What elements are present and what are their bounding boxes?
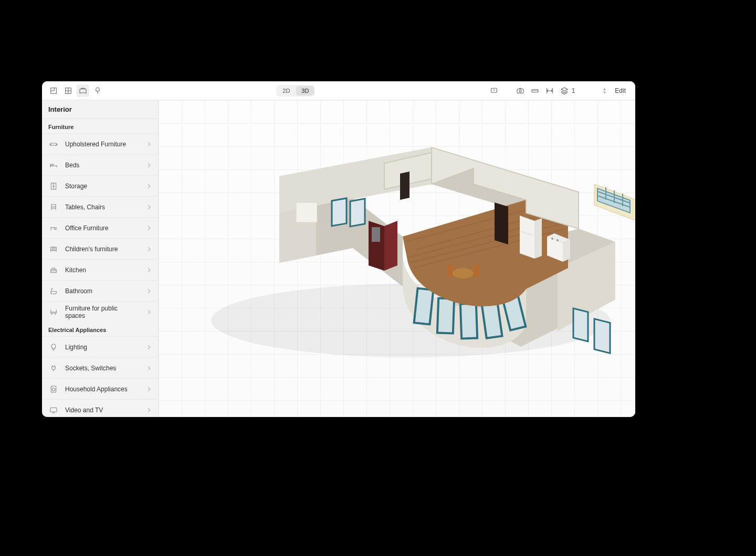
sidebar-item-lighting[interactable]: Lighting [42,336,158,357]
view-2d-tab[interactable]: 2D [277,86,295,95]
bulb-icon [48,342,59,352]
svg-rect-7 [51,143,57,145]
app-body: Interior Furniture Upholstered Furniture… [42,100,635,417]
sidebar-item-children[interactable]: Children's furniture [42,238,158,259]
layers-icon [560,87,569,95]
sidebar-item-public[interactable]: Furniture for public spaces [42,301,158,322]
sidebar: Interior Furniture Upholstered Furniture… [42,100,159,417]
bed-icon [48,160,59,170]
svg-point-5 [519,90,521,92]
chevron-right-icon [145,245,153,253]
edit-button[interactable]: Edit [611,85,630,97]
chevron-right-icon [145,224,153,232]
chevron-right-icon [145,141,153,148]
sidebar-item-label: Children's furniture [65,245,139,253]
view-mode-toggle: 2D 3D [276,85,315,97]
svg-point-12 [52,388,55,391]
category-list-electrical: Lighting Sockets, Switches Household App… [42,336,158,417]
tv-icon [48,405,59,415]
svg-rect-20 [594,319,610,353]
wardrobe-icon [48,181,59,191]
chevron-right-icon [145,386,153,393]
svg-rect-18 [372,227,380,242]
floor-value: 1 [572,87,575,94]
sidebar-item-bathroom[interactable]: Bathroom [42,280,158,301]
chevron-right-icon [145,183,153,190]
bath-icon [48,286,59,296]
washer-icon [48,384,59,394]
sidebar-item-tables-chairs[interactable]: Tables, Chairs [42,196,158,217]
svg-rect-22 [437,298,454,333]
top-toolbar: 2D 3D 1 [42,81,635,100]
toolbar-left-group [47,84,104,97]
tree-tool-button[interactable] [91,84,104,97]
svg-rect-4 [517,89,523,93]
sidebar-item-label: Furniture for public spaces [65,305,139,319]
note-tool-button[interactable] [488,84,500,97]
sidebar-item-label: Household Appliances [65,386,139,393]
svg-rect-23 [460,303,477,338]
toolbar-right-group: 1 ▲ ▼ Edit [488,84,630,97]
svg-rect-19 [573,308,588,341]
floor-selector[interactable]: 1 ▲ ▼ [558,87,609,95]
svg-rect-17 [350,199,365,227]
section-header-furniture: Furniture [42,119,158,133]
sidebar-item-upholstered[interactable]: Upholstered Furniture [42,133,158,154]
sidebar-item-label: Lighting [65,344,139,351]
dimension-tool-button[interactable] [543,84,556,97]
sidebar-item-office[interactable]: Office Furniture [42,217,158,238]
sidebar-item-beds[interactable]: Beds [42,154,158,175]
sidebar-item-kitchen[interactable]: Kitchen [42,259,158,280]
svg-point-28 [556,239,559,241]
sidebar-title: Interior [42,100,158,119]
chevron-right-icon [145,266,153,274]
grid-tool-button[interactable] [62,84,75,97]
category-list-furniture: Upholstered Furniture Beds Storage Table… [42,133,158,322]
svg-rect-24 [482,302,502,338]
sidebar-item-label: Kitchen [65,266,139,274]
crib-icon [48,244,59,254]
sidebar-item-storage[interactable]: Storage [42,175,158,196]
svg-point-29 [453,268,474,279]
sidebar-item-label: Storage [65,183,139,190]
section-header-electrical: Electrical Appliances [42,322,158,336]
floor-stepper[interactable]: ▲ ▼ [602,87,606,94]
desk-icon [48,223,59,233]
svg-rect-13 [50,408,57,412]
chevron-right-icon [145,308,153,316]
floorplan-model [159,100,635,417]
sofa-icon [48,139,59,149]
chevron-right-icon [145,204,153,211]
sidebar-item-label: Bathroom [65,287,139,295]
svg-rect-30 [447,264,453,277]
chevron-right-icon [145,287,153,295]
svg-rect-2 [80,89,86,92]
plug-icon [48,363,59,373]
measure-tool-button[interactable] [529,84,541,97]
sidebar-item-label: Beds [65,162,139,169]
chevron-right-icon [145,162,153,169]
sidebar-item-sockets[interactable]: Sockets, Switches [42,357,158,378]
chevron-down-icon: ▼ [602,91,606,94]
plan-tool-button[interactable] [47,84,60,97]
app-window: 2D 3D 1 [42,81,635,417]
sidebar-item-household[interactable]: Household Appliances [42,378,158,399]
svg-rect-31 [474,264,479,277]
view-3d-tab[interactable]: 3D [296,86,314,95]
sidebar-item-video-tv[interactable]: Video and TV [42,399,158,417]
svg-rect-21 [414,288,434,325]
chevron-right-icon [145,407,153,414]
bench-icon [48,307,59,317]
kitchen-icon [48,265,59,275]
chevron-right-icon [145,365,153,372]
sidebar-item-label: Tables, Chairs [65,204,139,211]
chair-icon [48,202,59,212]
viewport-3d[interactable] [159,100,635,417]
sidebar-item-label: Upholstered Furniture [65,141,139,148]
svg-rect-15 [296,202,317,222]
camera-tool-button[interactable] [514,84,527,97]
interior-tool-button[interactable] [77,84,89,97]
sidebar-item-label: Office Furniture [65,224,139,232]
sidebar-item-label: Sockets, Switches [65,365,139,372]
chevron-right-icon [145,344,153,351]
